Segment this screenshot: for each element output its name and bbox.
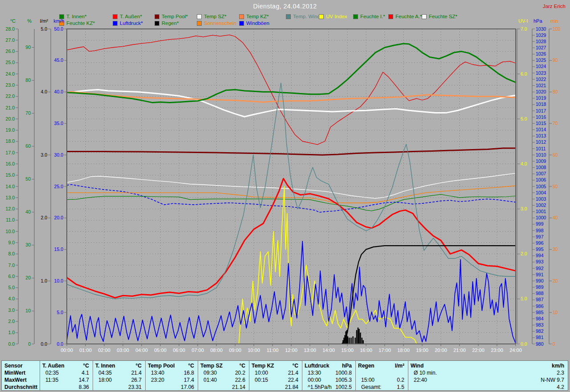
axis-tick-label: 1014: [536, 127, 546, 132]
table-cell: T. Außen: [40, 362, 65, 369]
axis-tick-label: 60: [25, 143, 31, 149]
axis-tick-label: 3.0: [521, 206, 527, 211]
axis-tick-label: 10: [25, 308, 31, 313]
axis-tick-label: 1028: [536, 39, 546, 44]
axis-tick-label: 1027: [536, 45, 546, 50]
table-cell: 17.4: [184, 376, 198, 384]
axis-tick-label: 90: [25, 44, 31, 50]
axis-tick-label: 5.0: [521, 116, 527, 121]
axis-tick-label: 4.0: [41, 89, 47, 94]
table-cell: Ø 10 min.: [408, 369, 437, 376]
table-cell: T. Innen: [93, 362, 115, 369]
axis-unit-label: hPa: [533, 18, 542, 24]
axis-tick-label: 1024: [536, 64, 546, 69]
axis-tick-label: 1006: [536, 177, 546, 182]
axis-tick-label: 1013: [536, 133, 546, 138]
table-cell: °C: [188, 362, 198, 369]
axis-unit-label: min: [550, 18, 558, 24]
axis-tick-label: 1001: [536, 209, 546, 214]
axis-tick-label: 20.0: [6, 116, 15, 121]
axis-tick-label: 987: [536, 297, 544, 302]
axis-tick-label: 45.0: [54, 57, 64, 63]
axis-tick-label: 80: [553, 89, 558, 94]
axis-tick-label: 1.0: [8, 330, 15, 335]
axis-tick-label: 50.0: [54, 26, 64, 32]
axis-tick-label: 5.0: [41, 26, 47, 32]
axis-tick-label: 1.0: [41, 278, 47, 283]
table-cell: ^1.5hPa/h: [302, 384, 332, 391]
table-column-divider: [302, 361, 302, 390]
axis-tick-label: 18.0: [6, 138, 15, 144]
table-cell: [249, 384, 255, 391]
axis-tick-label: 8.0: [8, 251, 15, 256]
x-tick-label: 09:00: [229, 348, 241, 353]
table-group-regen: Regenl/m²15:000.2Gesamt:1.5: [355, 361, 408, 392]
table-cell: °C: [136, 362, 145, 369]
axis-tick-label: 4.0: [8, 296, 15, 301]
axis-tick-label: 20: [553, 278, 558, 283]
table-cell: Temp KZ: [249, 362, 274, 369]
table-cell: 22.4: [288, 376, 302, 384]
axis-tick-label: 1015: [536, 121, 546, 126]
axis-unit-label: %: [27, 18, 32, 24]
table-cell: 18:00: [93, 376, 112, 384]
table-cell: 23.31: [128, 384, 145, 391]
table-cell: °C: [240, 362, 249, 369]
table-group-temp-sz: Temp SZ°C09:3020.201:4022.621.14: [198, 361, 249, 392]
table-cell: 1.5: [397, 384, 408, 391]
axis-lm2: l/m²0.01.02.03.04.05.0: [40, 18, 51, 347]
table-cell: 4.1: [81, 369, 93, 376]
x-tick-label: 10:00: [248, 348, 260, 353]
axis-tick-label: 989: [536, 284, 544, 290]
table-group-wind: Windkm/hØ 10 min.2.322:40N-NW 9.74.2: [408, 361, 568, 392]
axis-tick-label: 1010: [536, 152, 546, 158]
axis-tick-label: 28.0: [6, 26, 15, 32]
x-tick-label: 16:00: [360, 348, 372, 353]
axis-tick-label: 6.0: [8, 274, 15, 279]
table-cell: Gesamt:: [355, 384, 381, 391]
table-cell: 8.36: [79, 384, 93, 391]
axis-tick-label: 982: [536, 328, 544, 334]
table-column-divider: [198, 361, 198, 390]
axis-min: min0102030405060708090100: [549, 18, 561, 347]
axis-tempC: °C0.01.02.03.04.05.06.07.08.09.010.011.0…: [6, 18, 18, 347]
axis-tick-label: 997: [536, 234, 544, 239]
axis-tick-label: 1022: [536, 77, 546, 82]
axis-tick-label: 1004: [536, 190, 546, 195]
axis-tick-label: 991: [536, 272, 544, 277]
table-cell: 10:00: [249, 369, 268, 376]
axis-tick-label: 11.0: [6, 217, 15, 222]
axis-tick-label: 27.0: [6, 37, 15, 43]
table-cell: 2.3: [557, 369, 568, 376]
table-cell: [355, 369, 361, 376]
table-column-divider: [93, 361, 93, 390]
axis-tick-label: 60: [553, 152, 558, 158]
axis-tick-label: 994: [536, 253, 544, 258]
table-cell: Temp Pool: [145, 362, 175, 369]
x-tick-label: 13:00: [304, 348, 316, 353]
x-tick-label: 06:00: [173, 348, 185, 353]
axis-tick-label: 35.0: [54, 121, 64, 126]
table-cell: 21.84: [285, 384, 302, 391]
axis-tick-label: 983: [536, 322, 544, 327]
x-tick-label: 01:00: [79, 348, 92, 353]
table-cell: [404, 369, 408, 376]
table-cell: km/h: [552, 362, 568, 369]
axis-tick-label: 13.0: [6, 195, 15, 200]
table-cell: Luftdruck: [302, 362, 329, 369]
table-cell: [408, 384, 414, 391]
table-cell: 4.2: [557, 384, 568, 391]
table-cell: 13:40: [145, 369, 164, 376]
axis-tick-label: 1016: [536, 114, 546, 120]
x-tick-label: 14:00: [322, 348, 335, 353]
table-cell: [145, 384, 151, 391]
axis-tick-label: 1018: [536, 101, 546, 107]
table-row-label: Durchschnitt: [2, 384, 37, 391]
axis-tick-label: 20.0: [54, 215, 64, 220]
axis-tick-label: 998: [536, 228, 544, 233]
table-cell: °C: [293, 362, 302, 369]
axis-tick-label: 2.0: [521, 251, 527, 256]
table-cell: 21.4: [131, 369, 145, 376]
x-tick-label: 03:00: [117, 348, 129, 353]
axis-tick-label: 10.0: [6, 229, 15, 234]
